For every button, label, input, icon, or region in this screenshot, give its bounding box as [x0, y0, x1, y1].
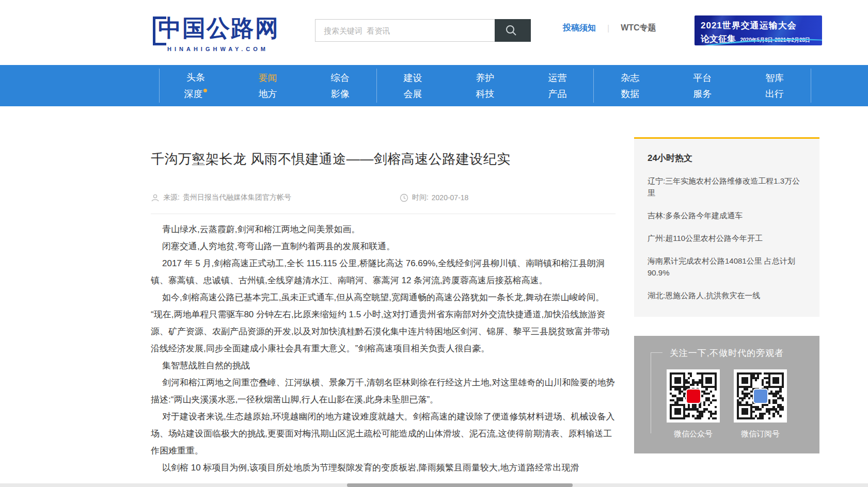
nav-link-top[interactable]: 头条: [186, 73, 205, 82]
nav-link-top[interactable]: 平台: [693, 73, 712, 83]
logo-subtitle: HINAHIGHWAY.COM: [153, 46, 279, 52]
author-icon: [151, 193, 160, 202]
nav-link-top[interactable]: 智库: [765, 73, 784, 83]
article-meta: 来源: 贵州日报当代融媒体集团官方帐号 时间: 2020-07-18: [151, 193, 616, 202]
article-divider: [151, 214, 616, 214]
article-paragraph: 以剑榕 10 标项目为例,该项目所处地质为节理裂隙发育的变质板岩,降雨频繁且雨量…: [151, 459, 616, 476]
nav-item-3: 建设会展: [377, 69, 449, 103]
horizontal-scrollbar: [0, 483, 868, 487]
wechat-follow-box: 关注一下,不做时代的旁观者 微信公众号微信订阅号: [634, 336, 819, 453]
main-nav-groups: 头条深度要闻地方综合影像建设会展养护科技运营产品杂志数据平台服务智库出行: [159, 69, 811, 103]
page: 中国公路网 HINAHIGHWAY.COM 投稿须知 | WTC专题 2021世…: [0, 0, 868, 487]
qr-label: 微信公众号: [667, 429, 720, 439]
nav-link-bottom[interactable]: 科技: [476, 89, 495, 99]
search-icon: [504, 24, 518, 37]
nav-group: 杂志数据平台服务智库出行: [593, 69, 811, 103]
nav-item-4: 养护科技: [449, 69, 522, 103]
wtc-topic-link[interactable]: WTC专题: [621, 23, 656, 34]
site-logo[interactable]: 中国公路网 HINAHIGHWAY.COM: [153, 13, 279, 52]
nav-link-bottom[interactable]: 影像: [331, 89, 350, 99]
nav-item-2: 综合影像: [304, 69, 376, 103]
horizontal-scrollbar-thumb[interactable]: [347, 483, 573, 487]
article-paragraph: 剑河和榕江两地之间重峦叠嶂、江河纵横、景象万千,清朝名臣林则徐在行经这片土地,对…: [151, 374, 616, 408]
submission-notice-link[interactable]: 投稿须知: [563, 23, 596, 34]
search-input[interactable]: [315, 19, 495, 42]
nav-link-top[interactable]: 建设: [404, 73, 422, 83]
main-nav: 头条深度要闻地方综合影像建设会展养护科技运营产品杂志数据平台服务智库出行: [0, 65, 868, 106]
nav-link-bottom[interactable]: 出行: [765, 89, 784, 99]
nav-item-6: 杂志数据: [594, 69, 666, 103]
hot-list-item[interactable]: 广州:超110公里农村公路今年开工: [648, 232, 806, 244]
article-title: 千沟万壑架长龙 风雨不惧建通途——剑榕高速公路建设纪实: [151, 150, 616, 168]
banner-subtitle: 论文征集 2020年5月8日-2021年2月28日: [701, 33, 817, 45]
hot-list-item[interactable]: 湖北:恩施公路人,抗洪救灾在一线: [648, 289, 806, 301]
qr-label: 微信订阅号: [734, 429, 787, 439]
hot-list-item[interactable]: 吉林:多条公路今年建成通车: [648, 209, 806, 221]
search-button[interactable]: [495, 19, 531, 42]
nav-item-7: 平台服务: [666, 69, 738, 103]
nav-link-bottom[interactable]: 数据: [621, 89, 639, 99]
nav-link-bottom[interactable]: 地方: [259, 89, 277, 99]
hot-list-item[interactable]: 辽宁:三年实施农村公路维修改造工程1.3万公里: [648, 175, 806, 199]
time-label: 时间:: [412, 193, 429, 202]
time-meta: 时间: 2020-07-18: [400, 193, 469, 202]
wechat-follow-title: 关注一下,不做时代的旁观者: [634, 347, 819, 359]
nav-group: 建设会展养护科技运营产品: [376, 69, 594, 103]
article-paragraph: 2017 年 5 月,剑榕高速正式动工,全长 115.115 公里,桥隧比高达 …: [151, 255, 616, 289]
source-label: 来源:: [163, 193, 180, 202]
article-paragraph: 如今,剑榕高速公路已基本完工,虽未正式通车,但从高空眺望,宽阔通畅的高速公路犹如…: [151, 289, 616, 357]
logo-title: 中国公路网: [158, 13, 279, 44]
nav-group: 头条深度要闻地方综合影像: [159, 69, 376, 103]
nav-link-top[interactable]: 综合: [331, 73, 350, 83]
banner-dates: 2020年5月8日-2021年2月28日: [740, 37, 810, 43]
hot-articles-box: 24小时热文 辽宁:三年实施农村公路维修改造工程1.3万公里吉林:多条公路今年建…: [634, 137, 819, 317]
nav-link-bottom[interactable]: 深度: [184, 89, 207, 99]
source-value: 贵州日报当代融媒体集团官方帐号: [183, 193, 291, 202]
qr-block-0: 微信公众号: [667, 369, 720, 439]
hot-list-item[interactable]: 海南累计完成农村公路14081公里 占总计划90.9%: [648, 255, 806, 279]
nav-link-bottom[interactable]: 产品: [548, 89, 566, 99]
nav-link-top[interactable]: 杂志: [621, 73, 639, 83]
qr-row: 微信公众号微信订阅号: [634, 369, 819, 439]
banner-callforpapers: 论文征集: [701, 34, 736, 44]
nav-item-8: 智库出行: [738, 69, 811, 103]
links-divider: |: [607, 24, 609, 33]
nav-item-1: 要闻地方: [232, 69, 304, 103]
hot-articles-title: 24小时热文: [648, 152, 806, 164]
qr-center-logo: [754, 389, 767, 403]
nav-link-bottom[interactable]: 会展: [404, 89, 422, 99]
nav-link-top[interactable]: 养护: [476, 73, 495, 83]
sidebar: 24小时热文 辽宁:三年实施农村公路维修改造工程1.3万公里吉林:多条公路今年建…: [634, 137, 819, 453]
site-header: 中国公路网 HINAHIGHWAY.COM 投稿须知 | WTC专题 2021世…: [0, 0, 868, 65]
banner-title: 2021世界交通运输大会: [701, 20, 817, 31]
qr-center-logo: [687, 389, 700, 403]
time-value: 2020-07-18: [432, 193, 469, 202]
article-paragraph: 集智慧战胜自然的挑战: [151, 357, 616, 374]
nav-link-top[interactable]: 运营: [548, 73, 566, 83]
event-banner[interactable]: 2021世界交通运输大会 论文征集 2020年5月8日-2021年2月28日: [695, 15, 822, 45]
article-paragraph: 对于建设者来说,生态越原始,环境越幽闭的地方建设难度就越大。剑榕高速的建设除了便…: [151, 408, 616, 459]
qr-block-1: 微信订阅号: [734, 369, 787, 439]
clock-icon: [400, 193, 408, 202]
new-dot-icon: [203, 89, 207, 92]
nav-item-5: 运营产品: [521, 69, 593, 103]
nav-link-bottom[interactable]: 服务: [693, 89, 712, 99]
article-paragraph: 青山绿水,云蒸霞蔚,剑河和榕江两地之间美景如画。: [151, 221, 616, 238]
nav-link-top[interactable]: 要闻: [259, 73, 277, 83]
article-body: 青山绿水,云蒸霞蔚,剑河和榕江两地之间美景如画。闭塞交通,人穷地贫,弯弯山路一直…: [151, 221, 616, 476]
qr-code: [667, 369, 720, 423]
search-bar: [315, 19, 531, 42]
article-paragraph: 闭塞交通,人穷地贫,弯弯山路一直制约着两县的发展和联通。: [151, 238, 616, 255]
hot-articles-list: 辽宁:三年实施农村公路维修改造工程1.3万公里吉林:多条公路今年建成通车广州:超…: [648, 175, 806, 301]
nav-item-0: 头条深度: [160, 69, 232, 103]
quick-links: 投稿须知 | WTC专题: [563, 23, 656, 34]
qr-code: [734, 369, 787, 423]
article: 千沟万壑架长龙 风雨不惧建通途——剑榕高速公路建设纪实 来源: 贵州日报当代融媒…: [151, 106, 616, 476]
